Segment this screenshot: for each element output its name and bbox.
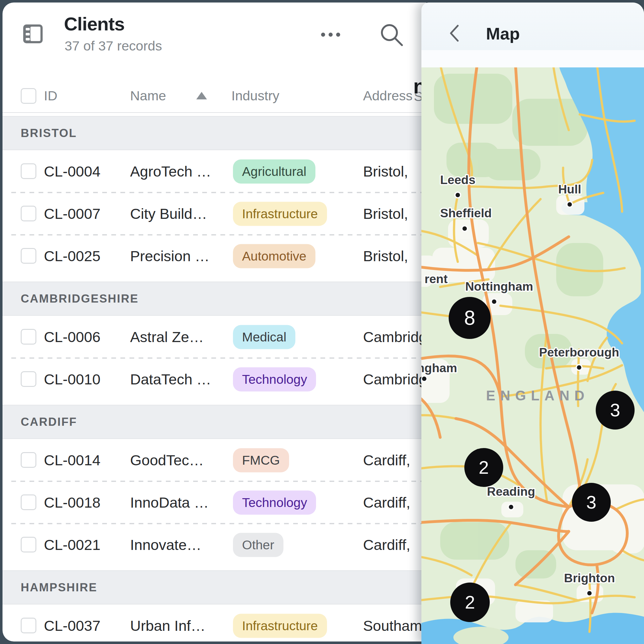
cell-id: CL-0006 bbox=[44, 316, 100, 358]
table-row[interactable]: CL-0025 Precision … Automotive Bristol, bbox=[3, 235, 426, 277]
cell-id: CL-0025 bbox=[44, 235, 100, 277]
city-dot-partial bbox=[421, 376, 427, 382]
column-header-id[interactable]: ID bbox=[44, 80, 57, 111]
row-checkbox[interactable] bbox=[21, 248, 36, 264]
cell-address: Southampton, bbox=[363, 604, 426, 641]
clients-list-panel: Clients 37 of 37 records ID Name Industr… bbox=[3, 3, 426, 641]
table-row[interactable]: CL-0021 Innovate… Other Cardiff, bbox=[3, 524, 426, 566]
group-label: HAMPSHIRE bbox=[21, 581, 98, 594]
cell-address: Bristol, bbox=[363, 193, 426, 235]
cell-address: Cambridge, bbox=[363, 316, 426, 358]
cluster-marker[interactable]: 3 bbox=[596, 391, 635, 430]
cell-address: Bristol, bbox=[363, 150, 426, 193]
cell-name: AgroTech … bbox=[130, 150, 230, 193]
column-header-industry[interactable]: Industry bbox=[231, 80, 279, 111]
column-header-name[interactable]: Name bbox=[130, 80, 166, 111]
cluster-marker[interactable]: 3 bbox=[572, 483, 611, 522]
table-row[interactable]: CL-0010 DataTech … Technology Cambridge, bbox=[3, 358, 426, 400]
city-label-reading: Reading bbox=[487, 485, 535, 498]
more-icon bbox=[321, 33, 325, 37]
map-toolbar-strip bbox=[421, 50, 644, 67]
row-checkbox[interactable] bbox=[21, 537, 36, 552]
cell-id: CL-0014 bbox=[44, 439, 100, 481]
chevron-left-icon bbox=[446, 23, 463, 43]
city-label-sheffield: Sheffield bbox=[440, 206, 492, 220]
city-dot-sheffield bbox=[462, 226, 467, 231]
group-label: CAMBRIDGESHIRE bbox=[21, 292, 139, 305]
row-checkbox[interactable] bbox=[21, 329, 36, 345]
group-header-cardiff: CARDIFF bbox=[3, 405, 426, 439]
cell-address: Cambridge, bbox=[363, 358, 426, 400]
row-checkbox[interactable] bbox=[21, 494, 36, 510]
cluster-marker[interactable]: 8 bbox=[449, 297, 491, 339]
table-row[interactable]: CL-0006 Astral Ze… Medical Cambridge, bbox=[3, 316, 426, 358]
group-label: CARDIFF bbox=[21, 415, 77, 429]
cluster-marker[interactable]: 2 bbox=[450, 583, 490, 622]
sort-ascending-icon bbox=[196, 92, 207, 99]
group-header-cambridgeshire: CAMBRIDGESHIRE bbox=[3, 282, 426, 316]
industry-tag: Other bbox=[233, 533, 283, 557]
select-all-checkbox[interactable] bbox=[21, 88, 36, 104]
map-panel: Map bbox=[421, 3, 644, 644]
cell-id: CL-0037 bbox=[44, 604, 100, 641]
city-label-peterborough: Peterborough bbox=[539, 346, 619, 359]
city-dot-nottingham bbox=[491, 299, 497, 304]
cell-name: City Build… bbox=[130, 193, 230, 235]
cell-address: Cardiff, bbox=[363, 481, 426, 524]
group-rows: CL-0014 GoodTec… FMCG Cardiff, CL-0018 I… bbox=[3, 439, 426, 566]
list-header: Clients 37 of 37 records bbox=[3, 3, 426, 80]
table-row[interactable]: CL-0018 InnoData … Technology Cardiff, bbox=[3, 481, 426, 524]
city-dot-brighton bbox=[587, 590, 592, 596]
industry-tag: Agricultural bbox=[233, 159, 315, 183]
city-label-leeds: Leeds bbox=[440, 173, 476, 187]
table-row[interactable]: CL-0004 AgroTech … Agricultural Bristol, bbox=[3, 150, 426, 193]
cell-id: CL-0018 bbox=[44, 481, 100, 524]
row-checkbox[interactable] bbox=[21, 206, 36, 221]
cell-id: CL-0021 bbox=[44, 524, 100, 566]
row-checkbox[interactable] bbox=[21, 163, 36, 179]
cluster-count: 2 bbox=[465, 592, 475, 612]
industry-tag: Infrastructure bbox=[233, 202, 327, 226]
more-icon bbox=[336, 33, 340, 37]
city-dot-leeds bbox=[455, 192, 461, 198]
city-dot-hull bbox=[567, 202, 573, 207]
map-header: Map bbox=[421, 3, 644, 50]
city-dot-peterborough bbox=[576, 365, 582, 370]
cell-id: CL-0007 bbox=[44, 193, 100, 235]
table-row[interactable]: CL-0014 GoodTec… FMCG Cardiff, bbox=[3, 439, 426, 481]
cluster-marker[interactable]: 2 bbox=[464, 448, 503, 487]
industry-tag: Technology bbox=[233, 367, 316, 391]
more-options-button[interactable] bbox=[321, 28, 346, 41]
row-checkbox[interactable] bbox=[21, 618, 36, 633]
cluster-count: 3 bbox=[610, 400, 620, 420]
cell-id: CL-0004 bbox=[44, 150, 100, 193]
table-row[interactable]: CL-0037 Urban Inf… Infrastructure Southa… bbox=[3, 604, 426, 641]
industry-tag: Medical bbox=[233, 325, 295, 349]
group-header-hampshire: HAMPSHIRE bbox=[3, 570, 426, 604]
group-rows: CL-0004 AgroTech … Agricultural Bristol,… bbox=[3, 150, 426, 277]
search-button[interactable] bbox=[377, 21, 406, 49]
group-rows: CL-0037 Urban Inf… Infrastructure Southa… bbox=[3, 604, 426, 641]
group-label: BRISTOL bbox=[21, 127, 77, 140]
table-row[interactable]: CL-0007 City Build… Infrastructure Brist… bbox=[3, 193, 426, 235]
region-label: ENGLAND bbox=[486, 388, 589, 403]
cell-name: GoodTec… bbox=[130, 439, 230, 481]
cell-name: Innovate… bbox=[130, 524, 230, 566]
column-header-address[interactable]: Address bbox=[363, 80, 413, 111]
cell-address: Cardiff, bbox=[363, 439, 426, 481]
city-label-partial-trent: rent bbox=[425, 272, 448, 286]
map-title: Map bbox=[486, 24, 520, 43]
city-label-hull: Hull bbox=[558, 182, 581, 196]
cluster-count: 8 bbox=[464, 307, 475, 329]
map-viewport[interactable]: ENGLAND Leeds Hull Sheffield Nottingham … bbox=[421, 67, 644, 644]
page-title: Clients bbox=[64, 13, 124, 35]
industry-tag: Infrastructure bbox=[233, 614, 327, 638]
back-button[interactable] bbox=[446, 23, 463, 43]
row-checkbox[interactable] bbox=[21, 452, 36, 468]
city-label-nottingham: Nottingham bbox=[465, 280, 533, 293]
search-icon bbox=[377, 21, 406, 49]
more-icon bbox=[329, 33, 333, 37]
cell-name: Urban Inf… bbox=[130, 604, 230, 641]
row-checkbox[interactable] bbox=[21, 371, 36, 387]
industry-tag: Technology bbox=[233, 490, 316, 515]
